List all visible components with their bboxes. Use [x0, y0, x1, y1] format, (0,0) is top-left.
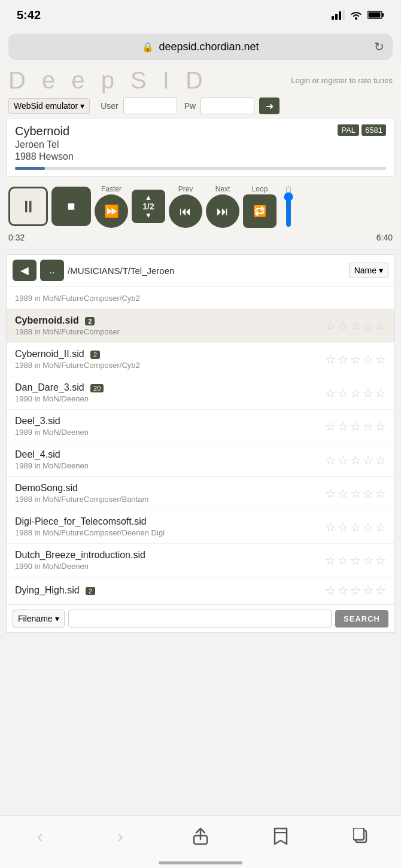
- next-button[interactable]: ⏭: [206, 194, 239, 228]
- star-2[interactable]: ☆: [338, 553, 348, 568]
- list-item[interactable]: Dutch_Breeze_introduction.sid 1990 in Mo…: [7, 544, 394, 577]
- player-controls: ⏸ ■ Faster ⏩ ▲ 1/2 ▼ Prev ⏮ Next: [6, 176, 395, 248]
- list-item[interactable]: DemoSong.sid 1988 in MoN/FutureComposer/…: [7, 477, 394, 510]
- controls-bar: WebSid emulator ▾ User Pw ➜: [0, 94, 401, 118]
- star-1[interactable]: ☆: [325, 553, 336, 568]
- star-rating[interactable]: ☆ ☆ ☆ ☆ ☆: [325, 520, 386, 534]
- list-item[interactable]: Cybernoid.sid 2 1988 in MoN/FutureCompos…: [7, 309, 394, 343]
- star-2[interactable]: ☆: [338, 453, 348, 467]
- star-2[interactable]: ☆: [338, 583, 348, 598]
- loop-slider[interactable]: [282, 185, 294, 227]
- list-item[interactable]: Deel_3.sid 1989 in MoN/Deenen ☆ ☆ ☆ ☆ ☆: [7, 410, 394, 443]
- tabs-button[interactable]: [343, 821, 379, 851]
- star-3[interactable]: ☆: [350, 352, 361, 367]
- star-3[interactable]: ☆: [350, 319, 361, 333]
- star-3[interactable]: ☆: [350, 486, 361, 501]
- list-item[interactable]: Deel_4.sid 1989 in MoN/Deenen ☆ ☆ ☆ ☆ ☆: [7, 443, 394, 477]
- list-item[interactable]: Dan_Dare_3.sid 20 1990 in MoN/Deenen ☆ ☆…: [7, 376, 394, 410]
- emulator-select[interactable]: WebSid emulator ▾: [8, 98, 90, 114]
- nav-forward-browser-button[interactable]: ›: [102, 821, 138, 851]
- star-2[interactable]: ☆: [338, 386, 348, 400]
- pause-button[interactable]: ⏸: [8, 187, 48, 226]
- search-input[interactable]: [68, 610, 332, 628]
- home-indicator: [159, 861, 242, 864]
- star-5[interactable]: ☆: [375, 583, 386, 598]
- subtrack-button[interactable]: ▲ 1/2 ▼: [132, 190, 165, 223]
- star-2[interactable]: ☆: [338, 520, 348, 534]
- star-2[interactable]: ☆: [338, 352, 348, 367]
- loop-button[interactable]: 🔁: [243, 194, 277, 228]
- star-4[interactable]: ☆: [363, 520, 373, 534]
- sort-select[interactable]: Name ▾: [349, 263, 388, 278]
- star-1[interactable]: ☆: [325, 319, 336, 333]
- svg-rect-10: [353, 828, 364, 840]
- star-5[interactable]: ☆: [375, 520, 386, 534]
- star-4[interactable]: ☆: [363, 352, 373, 367]
- star-rating[interactable]: ☆ ☆ ☆ ☆ ☆: [325, 453, 386, 467]
- star-1[interactable]: ☆: [325, 520, 336, 534]
- star-4[interactable]: ☆: [363, 453, 373, 467]
- pw-input[interactable]: [200, 98, 254, 114]
- star-4[interactable]: ☆: [363, 486, 373, 501]
- prev-button[interactable]: ⏮: [169, 194, 202, 228]
- star-4[interactable]: ☆: [363, 583, 373, 598]
- list-item[interactable]: Digi-Piece_for_Telecomsoft.sid 1988 in M…: [7, 510, 394, 544]
- list-item[interactable]: Cybernoid_II.sid 2 1988 in MoN/FutureCom…: [7, 343, 394, 376]
- star-4[interactable]: ☆: [363, 386, 373, 400]
- star-5[interactable]: ☆: [375, 419, 386, 434]
- star-4[interactable]: ☆: [363, 419, 373, 434]
- star-rating[interactable]: ☆ ☆ ☆ ☆ ☆: [325, 319, 386, 333]
- star-3[interactable]: ☆: [350, 386, 361, 400]
- login-text[interactable]: Login or register to rate tunes: [291, 76, 393, 85]
- star-rating[interactable]: ☆ ☆ ☆ ☆ ☆: [325, 486, 386, 501]
- star-rating[interactable]: ☆ ☆ ☆ ☆ ☆: [325, 419, 386, 434]
- badge-6581: 6581: [361, 124, 386, 136]
- star-rating[interactable]: ☆ ☆ ☆ ☆ ☆: [325, 352, 386, 367]
- nav-back-browser-button[interactable]: ‹: [22, 821, 58, 851]
- star-5[interactable]: ☆: [375, 553, 386, 568]
- user-input[interactable]: [123, 98, 177, 114]
- star-rating[interactable]: ☆ ☆ ☆ ☆ ☆: [325, 553, 386, 568]
- star-5[interactable]: ☆: [375, 486, 386, 501]
- address-bar[interactable]: 🔒 deepsid.chordian.net ↻: [8, 33, 393, 60]
- file-item-partial[interactable]: 1989 in MoN/FutureComposer/Cyb2: [7, 287, 394, 309]
- search-button[interactable]: SEARCH: [335, 610, 388, 628]
- star-5[interactable]: ☆: [375, 453, 386, 467]
- star-1[interactable]: ☆: [325, 352, 336, 367]
- list-item[interactable]: Dying_High.sid 2 ☆ ☆ ☆ ☆ ☆: [7, 577, 394, 604]
- star-3[interactable]: ☆: [350, 583, 361, 598]
- star-4[interactable]: ☆: [363, 553, 373, 568]
- star-1[interactable]: ☆: [325, 386, 336, 400]
- star-1[interactable]: ☆: [325, 486, 336, 501]
- star-3[interactable]: ☆: [350, 419, 361, 434]
- star-5[interactable]: ☆: [375, 352, 386, 367]
- reload-button[interactable]: ↻: [374, 39, 384, 54]
- star-1[interactable]: ☆: [325, 453, 336, 467]
- bookmark-button[interactable]: [263, 821, 299, 851]
- nav-back-button[interactable]: ◀: [13, 260, 37, 281]
- star-1[interactable]: ☆: [325, 419, 336, 434]
- star-2[interactable]: ☆: [338, 419, 348, 434]
- star-2[interactable]: ☆: [338, 319, 348, 333]
- file-meta: 1989 in MoN/Deenen: [15, 461, 325, 470]
- share-button[interactable]: [183, 821, 218, 851]
- login-button[interactable]: ➜: [259, 98, 280, 114]
- nav-up-button[interactable]: ..: [40, 260, 64, 281]
- search-type-select[interactable]: Filename ▾: [13, 610, 65, 628]
- star-1[interactable]: ☆: [325, 583, 336, 598]
- emulator-label: WebSid emulator: [14, 101, 78, 111]
- star-2[interactable]: ☆: [338, 486, 348, 501]
- file-meta: 1988 in MoN/FutureComposer/Cyb2: [15, 361, 325, 370]
- faster-button[interactable]: ⏩: [95, 194, 128, 228]
- progress-bar-container[interactable]: [15, 167, 386, 170]
- star-3[interactable]: ☆: [350, 520, 361, 534]
- nav-forward-browser-icon: ›: [117, 826, 123, 846]
- star-3[interactable]: ☆: [350, 553, 361, 568]
- star-rating[interactable]: ☆ ☆ ☆ ☆ ☆: [325, 583, 386, 598]
- star-rating[interactable]: ☆ ☆ ☆ ☆ ☆: [325, 386, 386, 400]
- star-5[interactable]: ☆: [375, 386, 386, 400]
- star-3[interactable]: ☆: [350, 453, 361, 467]
- stop-button[interactable]: ■: [51, 187, 91, 226]
- star-4[interactable]: ☆: [363, 319, 373, 333]
- star-5[interactable]: ☆: [375, 319, 386, 333]
